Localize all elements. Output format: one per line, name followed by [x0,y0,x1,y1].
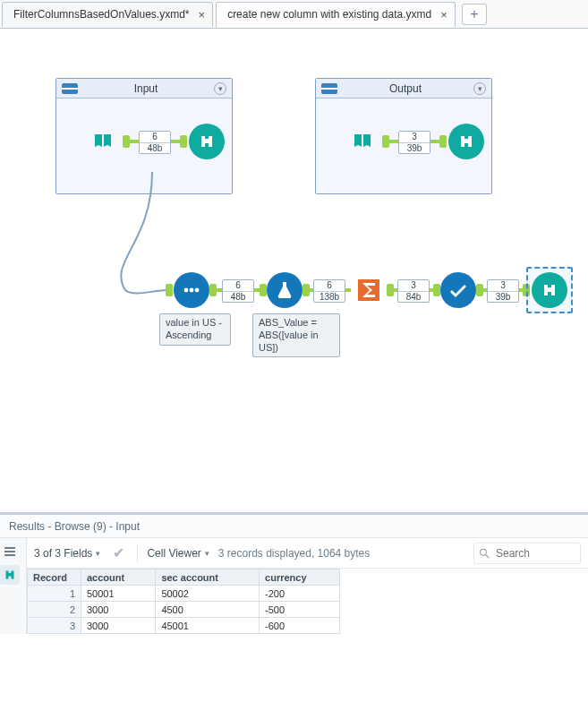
chevron-down-icon: ▾ [205,549,209,558]
check-icon [447,279,469,301]
col-account[interactable]: account [81,569,156,586]
browse-tool-final[interactable] [532,272,567,308]
browse-tool[interactable] [189,124,225,159]
book-icon [92,131,114,152]
select-tool[interactable] [440,272,476,308]
results-panel: Results - Browse (9) - Input 3 of 3 Fiel… [0,512,588,702]
connector [171,140,180,143]
container-output[interactable]: Output ▾ 3 39b [315,78,492,194]
table-header-row: Record account sec account currency [28,569,340,586]
anchor-in[interactable] [523,284,530,296]
metric-summarize: 3 84b [397,279,430,303]
col-currency[interactable]: currency [260,569,340,586]
anchor-in[interactable] [180,135,187,148]
anchor-in[interactable] [433,284,440,296]
connector [130,140,139,143]
container-header[interactable]: Output ▾ [316,79,491,98]
anchor-in[interactable] [166,284,173,296]
tab-bar: FilterColumnsBasedOnValues.yxmd* × creat… [0,0,588,29]
col-record[interactable]: Record [28,569,81,586]
metric-formula: 6 138b [313,279,345,303]
chevron-down-icon: ▾ [96,549,100,558]
anchor-in[interactable] [260,284,267,296]
sort-tool[interactable] [174,272,209,308]
svg-rect-3 [358,279,379,301]
data-view-icon[interactable] [0,565,20,585]
cell-viewer-dropdown[interactable]: Cell Viewer ▾ [147,547,209,560]
container-title: Input [78,82,214,95]
grip-icon [321,83,337,94]
table-row[interactable]: 1 50001 50002 -200 [28,586,340,602]
records-summary: 3 records displayed, 1064 bytes [218,547,370,560]
search-box[interactable] [473,543,581,564]
anchor-in[interactable] [439,135,447,148]
anchor-out[interactable] [209,284,217,296]
results-table: Record account sec account currency 1 50… [27,569,340,634]
container-input[interactable]: Input ▾ 6 48b [55,78,233,194]
fields-dropdown[interactable]: 3 of 3 Fields ▾ [34,547,100,560]
col-sec[interactable]: sec account [156,569,260,586]
list-view-icon[interactable] [0,542,20,561]
metric-sort: 6 48b [222,279,254,303]
container-header[interactable]: Input ▾ [56,79,232,98]
table-row[interactable]: 3 3000 45001 -600 [28,618,340,634]
results-side-toolbar [0,538,27,634]
svg-point-0 [184,288,189,293]
search-icon [478,547,490,560]
svg-line-5 [486,554,490,558]
anchor-out[interactable] [387,284,394,296]
binoculars-icon [196,131,217,152]
results-title: Results - Browse (9) - Input [9,520,140,533]
divider [137,544,138,562]
sigma-icon [358,279,379,301]
annotation-formula: ABS_Value = ABS([value in US]) [252,313,340,357]
close-icon[interactable]: × [199,9,206,21]
annotation-sort: value in US - Ascending [159,313,231,346]
metric-input: 6 48b [139,131,171,154]
formula-tool[interactable] [267,272,303,308]
svg-point-1 [190,288,194,293]
close-icon[interactable]: × [440,9,447,21]
browse-tool[interactable] [448,124,484,159]
metric-select: 3 39b [487,279,519,303]
anchor-out[interactable] [382,135,389,148]
container-title: Output [337,82,473,95]
add-tab-button[interactable]: + [462,4,487,25]
text-input-tool[interactable] [85,124,121,159]
check-icon[interactable]: ✔ [113,544,124,561]
workflow-canvas[interactable]: Input ▾ 6 48b Output ▾ [0,29,588,512]
book-icon [352,131,373,152]
tab-label: create new column with existing data.yxm… [227,8,431,21]
summarize-tool[interactable] [351,272,387,308]
binoculars-icon [539,279,560,301]
grip-icon [62,83,78,94]
svg-point-4 [480,549,486,555]
sort-icon [181,279,202,301]
collapse-icon[interactable]: ▾ [214,82,226,95]
svg-point-2 [195,288,200,293]
collapse-icon[interactable]: ▾ [473,82,486,95]
results-toolbar: 3 of 3 Fields ▾ ✔ Cell Viewer ▾ 3 record… [27,538,588,569]
tab-label: FilterColumnsBasedOnValues.yxmd* [13,8,190,21]
flask-icon [274,279,295,301]
tab-filtercolumns[interactable]: FilterColumnsBasedOnValues.yxmd* × [2,2,213,27]
results-title-bar: Results - Browse (9) - Input [0,515,588,538]
anchor-out[interactable] [303,284,310,296]
anchor-out[interactable] [123,135,130,148]
connector [389,140,398,143]
text-input-tool[interactable] [345,124,380,159]
binoculars-icon [456,131,477,152]
metric-output: 3 39b [398,131,430,154]
tab-create-new-column[interactable]: create new column with existing data.yxm… [216,2,456,27]
anchor-out[interactable] [476,284,483,296]
connector [430,140,439,143]
search-input[interactable] [494,546,575,561]
table-row[interactable]: 2 3000 4500 -500 [28,602,340,618]
